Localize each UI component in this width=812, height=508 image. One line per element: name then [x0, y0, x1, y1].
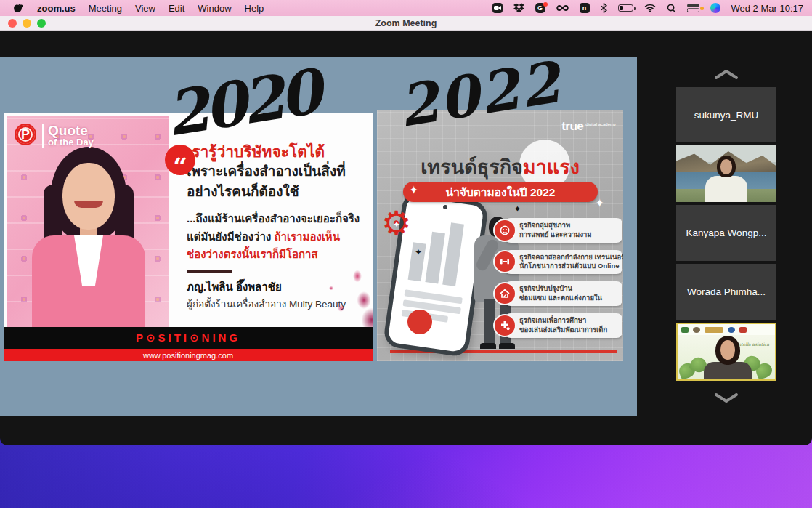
shared-screen: 2020 2022 P Quote of the Day: [0, 57, 637, 416]
edu-game-icon: [493, 314, 516, 337]
display-status-dot: [700, 7, 704, 10]
dropbox-icon[interactable]: [513, 0, 524, 16]
battery-icon[interactable]: [618, 0, 633, 16]
desktop: zoom.us Meeting View Edit Window Help G …: [0, 0, 812, 508]
search-icon[interactable]: [667, 0, 676, 16]
trend-item-fitness: ธุรกิจคลาสออกกำลังกาย เทรนเนอร์ นักโภชนา…: [493, 250, 622, 275]
home-improvement-icon: [493, 282, 516, 305]
notification-dot: [543, 2, 548, 7]
subtitle-pill: น่าจับตามองในปี 2022: [403, 182, 598, 202]
active-speaker-tile[interactable]: Centella asiatica: [676, 323, 776, 381]
participant-tile-video[interactable]: [676, 145, 776, 202]
trend-text: ธุรกิจปรับปรุงบ้าน: [519, 284, 618, 294]
trend-text: ของเล่นส่งเสริมพัฒนาการเด็ก: [519, 326, 618, 335]
participant-name: sukunya_RMU: [694, 110, 759, 121]
speaker-photo: P Quote of the Day: [7, 116, 169, 327]
quote-line-2: อย่างไรคนก็ต้องใช้: [187, 182, 368, 202]
participant-tile[interactable]: Worada Phimha...: [676, 264, 776, 320]
trend-text: ธุรกิจกลุ่มสุขภาพ: [519, 221, 618, 230]
menu-item-edit[interactable]: Edit: [162, 0, 191, 16]
scroll-down-chevron[interactable]: [713, 392, 739, 404]
quote-divider: [187, 270, 232, 273]
sparkle-icon: ✦: [595, 196, 604, 210]
sparkle-icon: ✦: [513, 203, 521, 214]
zoom-meeting-window: 2020 2022 P Quote of the Day: [0, 31, 812, 445]
para-line-1: ...ถึงแม้ร้านเครื่องสำอางจะเยอะก็จริง: [187, 210, 368, 227]
fullscreen-button[interactable]: [37, 19, 46, 28]
menu-item-help[interactable]: Help: [238, 0, 271, 16]
positioning-url: www.positioningmag.com: [143, 351, 233, 360]
close-button[interactable]: [8, 19, 17, 28]
infinity-icon[interactable]: [556, 0, 569, 16]
sparkle-icon: ✦: [415, 247, 422, 257]
display-icon[interactable]: [687, 0, 699, 16]
menu-bar-clock[interactable]: Wed 2 Mar 10:17: [731, 3, 803, 14]
sparkle-icon: ✦: [393, 219, 400, 230]
apple-menu[interactable]: [7, 0, 31, 16]
menu-item-zoomus[interactable]: zoom.us: [31, 0, 82, 16]
apple-icon: [14, 0, 24, 16]
positioning-wordmark: P⊙SITI⊙NING: [136, 331, 240, 344]
positioning-logo-icon: P: [15, 124, 36, 145]
participant-tile[interactable]: sukunya_RMU: [676, 87, 776, 142]
quote-highlight: เรารู้ว่าบริษัทจะโตได้: [187, 142, 368, 161]
window-title: Zoom Meeting: [375, 18, 437, 28]
sparkle-icon: ✦: [409, 183, 418, 197]
quote-slide: P Quote of the Day “ เรารู้ว่าบริษัทจะโต…: [4, 113, 373, 361]
slide-headline: เทรนด์ธุรกิจมาแรง: [377, 151, 623, 182]
participants-panel: sukunya_RMU Kanyapa Wongp... Worada Phim…: [676, 31, 776, 445]
trend-text: ธุรกิจคลาสออกกำลังกาย เทรนเนอร์: [519, 253, 618, 262]
trend-text: ธุรกิจเกมเพื่อการศึกษา: [519, 316, 618, 326]
trend-text: การแพทย์ และความงาม: [519, 230, 618, 240]
scroll-up-chevron[interactable]: [713, 68, 739, 80]
bluetooth-icon[interactable]: [601, 0, 607, 16]
trend-item-health: ธุรกิจกลุ่มสุขภาพ การแพทย์ และความงาม: [493, 218, 622, 243]
menu-item-meeting[interactable]: Meeting: [82, 0, 129, 16]
wifi-icon[interactable]: [644, 0, 656, 16]
minimize-button[interactable]: [23, 19, 31, 28]
quote-mark-icon: “: [165, 145, 195, 175]
notion-icon[interactable]: n: [580, 0, 590, 16]
true-digital-academy-logo: true digital academy: [561, 119, 616, 134]
trend-text: ซ่อมแซม และตกแต่งภายใน: [519, 294, 618, 303]
quote-header-line2: of the Day: [48, 137, 94, 147]
trends-slide: true digital academy เทรนด์ธุรกิจมาแรง น…: [377, 110, 623, 361]
trend-list: ธุรกิจกลุ่มสุขภาพ การแพทย์ และความงาม ธุ…: [493, 218, 622, 345]
menu-item-view[interactable]: View: [129, 0, 162, 16]
participant-name: Kanyapa Wongp...: [686, 227, 767, 238]
participant-name: Worada Phimha...: [687, 286, 766, 297]
quote-header-line1: Quote: [48, 124, 94, 137]
fitness-icon: [493, 250, 516, 273]
menu-bar: zoom.us Meeting View Edit Window Help G …: [0, 0, 812, 16]
participant-video: [676, 145, 776, 202]
color-circle-icon[interactable]: [710, 0, 720, 16]
para-line-2: แต่มันยังมีช่องว่าง ถ้าเรามองเห็น: [187, 228, 368, 246]
pink-splatter-decoration: [312, 252, 373, 332]
trend-text: นักโภชนาการส่วนตัวแบบ Online: [519, 262, 618, 271]
health-beauty-icon: [493, 219, 516, 242]
window-title-bar: Zoom Meeting: [0, 16, 812, 31]
app-badge-icon[interactable]: G: [535, 0, 545, 16]
pictured-woman: [31, 147, 147, 327]
zoom-video-icon[interactable]: [492, 0, 503, 16]
red-circle-decoration: [407, 310, 432, 334]
trend-item-games: ธุรกิจเกมเพื่อการศึกษา ของเล่นส่งเสริมพั…: [493, 313, 622, 338]
trend-item-home: ธุรกิจปรับปรุงบ้าน ซ่อมแซม และตกแต่งภายใ…: [493, 281, 622, 306]
menu-item-window[interactable]: Window: [191, 0, 237, 16]
quote-line-1: เพราะเครื่องสำอางเป็นสิ่งที่: [187, 161, 368, 182]
participant-tile[interactable]: Kanyapa Wongp...: [676, 205, 776, 261]
participant-video: Centella asiatica: [678, 324, 775, 379]
